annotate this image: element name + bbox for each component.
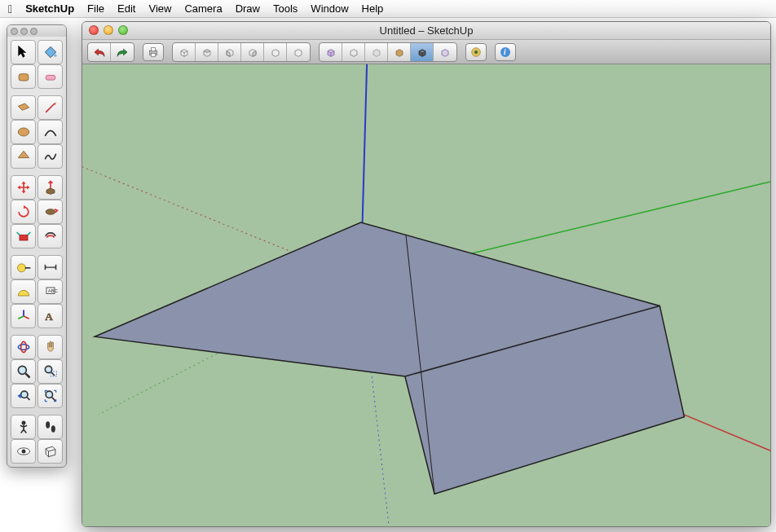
undo-button[interactable] xyxy=(88,43,111,61)
scale-tool[interactable] xyxy=(11,224,36,248)
menu-draw[interactable]: Draw xyxy=(236,2,260,15)
palette-min-icon[interactable] xyxy=(20,28,28,35)
circle-tool[interactable] xyxy=(11,120,36,144)
3d-viewport[interactable] xyxy=(82,64,770,526)
svg-point-10 xyxy=(20,341,26,352)
svg-point-0 xyxy=(54,55,56,57)
style-shaded-textures-button[interactable] xyxy=(388,43,411,61)
redo-button[interactable] xyxy=(111,43,134,61)
svg-point-20 xyxy=(21,450,25,454)
previous-view-tool[interactable] xyxy=(11,384,36,408)
menu-tools[interactable]: Tools xyxy=(273,2,298,15)
menu-file[interactable]: File xyxy=(87,2,104,15)
tape-measure-tool[interactable] xyxy=(11,255,36,279)
pan-tool[interactable] xyxy=(37,335,63,359)
svg-text:A: A xyxy=(45,310,53,323)
svg-point-3 xyxy=(18,128,29,136)
protractor-tool[interactable] xyxy=(11,279,36,304)
line-tool[interactable] xyxy=(37,95,63,120)
view-right-button[interactable] xyxy=(241,43,264,61)
svg-text:i: i xyxy=(504,48,506,56)
dimension-tool[interactable] xyxy=(37,255,63,279)
palette-close-icon[interactable] xyxy=(11,28,18,35)
document-title: Untitled – SketchUp xyxy=(380,24,474,37)
window-zoom-icon[interactable] xyxy=(118,25,128,35)
style-wireframe-button[interactable] xyxy=(320,43,342,61)
svg-point-15 xyxy=(46,391,52,398)
menu-window[interactable]: Window xyxy=(311,2,348,15)
menu-edit[interactable]: Edit xyxy=(117,2,135,15)
eraser-large-tool[interactable] xyxy=(11,64,36,89)
walk-tool[interactable] xyxy=(37,415,63,439)
document-toolbar: i xyxy=(82,40,770,64)
style-hidden-line-button[interactable] xyxy=(342,43,365,61)
svg-point-11 xyxy=(18,366,26,374)
follow-me-tool[interactable] xyxy=(37,200,63,224)
3d-text-tool[interactable]: A xyxy=(37,304,63,328)
svg-rect-4 xyxy=(20,235,28,240)
style-xray-button[interactable] xyxy=(434,43,456,61)
window-close-icon[interactable] xyxy=(89,25,99,35)
tool-palette-window[interactable]: ABC A xyxy=(7,24,67,468)
zoom-extents-tool[interactable] xyxy=(37,384,63,408)
zoom-tool[interactable] xyxy=(11,359,36,384)
menu-help[interactable]: Help xyxy=(362,2,384,15)
paint-bucket-tool[interactable] xyxy=(37,40,63,64)
text-tool[interactable]: ABC xyxy=(37,279,63,304)
document-window: Untitled – SketchUp xyxy=(82,21,771,527)
eraser-tool[interactable] xyxy=(37,64,63,89)
svg-point-16 xyxy=(21,421,25,425)
window-minimize-icon[interactable] xyxy=(104,25,113,35)
menu-camera[interactable]: Camera xyxy=(184,2,222,15)
svg-point-25 xyxy=(474,51,478,54)
menu-view[interactable]: View xyxy=(148,2,171,15)
view-left-button[interactable] xyxy=(287,43,310,61)
view-iso-button[interactable] xyxy=(173,43,196,61)
svg-point-5 xyxy=(17,264,25,272)
view-top-button[interactable] xyxy=(196,43,218,61)
rotate-tool[interactable] xyxy=(11,200,36,224)
style-monochrome-button[interactable] xyxy=(411,43,434,61)
print-button[interactable] xyxy=(143,43,164,61)
app-menu[interactable]: SketchUp xyxy=(25,2,74,15)
rectangle-tool[interactable] xyxy=(11,95,36,120)
position-camera-tool[interactable] xyxy=(11,415,36,439)
svg-point-17 xyxy=(46,421,50,428)
model-info-button[interactable] xyxy=(465,43,487,61)
style-shaded-button[interactable] xyxy=(365,43,388,61)
arc-tool[interactable] xyxy=(37,120,63,144)
look-around-tool[interactable] xyxy=(11,439,36,464)
apple-menu-icon[interactable]:  xyxy=(8,2,12,15)
document-titlebar[interactable]: Untitled – SketchUp xyxy=(82,22,770,40)
view-front-button[interactable] xyxy=(218,43,241,61)
zoom-window-tool[interactable] xyxy=(37,359,63,384)
svg-rect-1 xyxy=(19,74,29,81)
select-tool[interactable] xyxy=(11,40,36,64)
system-menubar:  SketchUp File Edit View Camera Draw To… xyxy=(0,0,776,18)
svg-point-18 xyxy=(51,425,55,432)
polygon-tool[interactable] xyxy=(11,144,36,169)
svg-rect-2 xyxy=(46,75,55,80)
freehand-tool[interactable] xyxy=(37,144,63,169)
help-button[interactable]: i xyxy=(495,43,516,61)
orbit-tool[interactable] xyxy=(11,335,36,359)
offset-tool[interactable] xyxy=(37,224,63,248)
svg-rect-22 xyxy=(151,47,155,51)
svg-point-14 xyxy=(20,391,27,398)
palette-zoom-icon[interactable] xyxy=(30,28,37,35)
view-back-button[interactable] xyxy=(264,43,287,61)
axes-tool[interactable] xyxy=(11,304,36,328)
push-pull-tool[interactable] xyxy=(37,175,63,200)
section-plane-tool[interactable] xyxy=(37,439,63,464)
rectangle-face[interactable] xyxy=(95,222,684,494)
move-tool[interactable] xyxy=(11,175,36,200)
palette-titlebar[interactable] xyxy=(7,25,66,37)
svg-point-9 xyxy=(18,345,29,350)
svg-text:ABC: ABC xyxy=(47,288,57,293)
svg-rect-23 xyxy=(151,53,155,56)
